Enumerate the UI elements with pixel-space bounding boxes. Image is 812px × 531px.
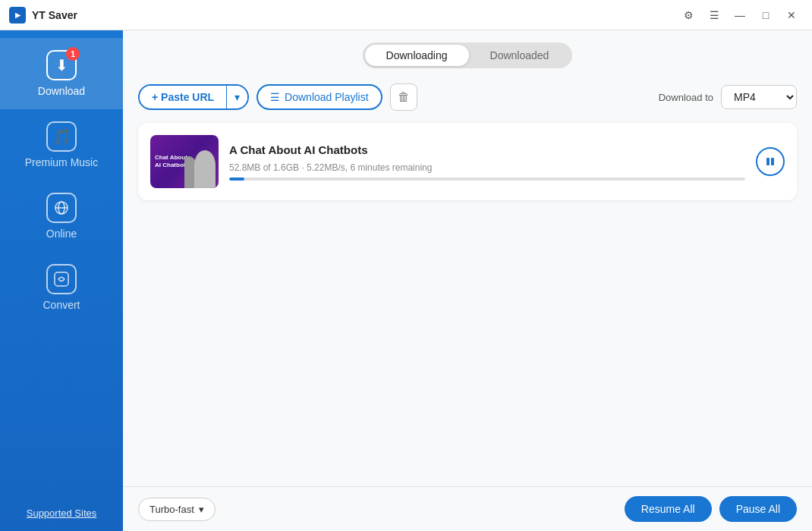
online-icon: [46, 193, 77, 223]
toolbar: + Paste URL ▾ ☰ Download Playlist 🗑 Down…: [123, 77, 812, 120]
table-row: Chat AboutAI Chatbots A Chat About AI Ch…: [138, 123, 797, 200]
sidebar-label-convert: Convert: [42, 299, 80, 311]
minimize-button[interactable]: —: [729, 5, 751, 26]
sidebar-item-convert[interactable]: Convert: [0, 252, 123, 323]
sidebar-label-premium-music: Premium Music: [25, 156, 98, 168]
download-list: Chat AboutAI Chatbots A Chat About AI Ch…: [123, 120, 812, 486]
download-badge: 1: [66, 47, 80, 61]
sidebar-item-premium-music[interactable]: 🎵 Premium Music: [0, 109, 123, 181]
main-layout: ⬇ 1 Download 🎵 Premium Music Online: [0, 30, 812, 531]
tab-group: Downloading Downloaded: [363, 42, 573, 68]
sidebar-label-online: Online: [46, 228, 77, 240]
download-icon: ⬇ 1: [46, 50, 77, 80]
app-logo: ▶: [9, 7, 26, 24]
convert-icon: [46, 264, 77, 294]
tab-downloaded[interactable]: Downloaded: [469, 45, 571, 66]
paste-url-group: + Paste URL ▾: [138, 84, 249, 110]
download-to-label: Download to: [659, 92, 713, 103]
bottom-actions: Resume All Pause All: [625, 496, 797, 522]
premium-music-icon: 🎵: [46, 121, 77, 152]
svg-rect-4: [766, 158, 770, 165]
progress-bar-fill: [229, 178, 244, 181]
paste-url-button[interactable]: + Paste URL: [140, 86, 226, 108]
sidebar-item-online[interactable]: Online: [0, 181, 123, 252]
paste-url-dropdown-button[interactable]: ▾: [227, 86, 247, 108]
title-bar-left: ▶ YT Saver: [9, 7, 77, 24]
sidebar: ⬇ 1 Download 🎵 Premium Music Online: [0, 30, 123, 531]
trash-button[interactable]: 🗑: [390, 83, 417, 111]
svg-rect-5: [771, 158, 774, 165]
bottom-bar: Turbo-fast ▾ Resume All Pause All: [123, 486, 812, 531]
format-select[interactable]: MP4 MP3 AVI MOV MKV: [721, 85, 797, 109]
item-title: A Chat About AI Chatbots: [229, 143, 745, 156]
sidebar-label-download: Download: [38, 85, 85, 97]
maximize-button[interactable]: □: [754, 5, 777, 26]
app-title: YT Saver: [32, 9, 77, 21]
sidebar-item-download[interactable]: ⬇ 1 Download: [0, 38, 123, 109]
supported-sites-link[interactable]: Supported Sites: [12, 507, 111, 519]
title-bar: ▶ YT Saver ⚙ ☰ — □ ✕: [0, 0, 812, 30]
menu-button[interactable]: ☰: [703, 5, 725, 26]
sidebar-bottom: Supported Sites: [0, 495, 123, 531]
settings-button[interactable]: ⚙: [677, 5, 700, 26]
item-thumbnail: Chat AboutAI Chatbots: [150, 135, 219, 188]
content-area: Downloading Downloaded + Paste URL ▾ ☰ D…: [123, 30, 812, 531]
item-info: A Chat About AI Chatbots 52.8MB of 1.6GB…: [229, 143, 745, 181]
pause-button[interactable]: [756, 147, 785, 176]
resume-all-button[interactable]: Resume All: [625, 496, 712, 522]
toolbar-right: Download to MP4 MP3 AVI MOV MKV: [659, 85, 797, 109]
speed-label: Turbo-fast: [149, 504, 194, 515]
tab-downloading[interactable]: Downloading: [365, 45, 469, 66]
playlist-icon: ☰: [270, 91, 280, 103]
tab-bar: Downloading Downloaded: [123, 30, 812, 77]
trash-icon: 🗑: [398, 90, 410, 104]
pause-all-button[interactable]: Pause All: [719, 496, 797, 522]
progress-bar-track: [229, 178, 745, 181]
download-playlist-label: Download Playlist: [285, 91, 369, 103]
speed-select-button[interactable]: Turbo-fast ▾: [138, 498, 216, 521]
item-status: 52.8MB of 1.6GB · 5.22MB/s, 6 minutes re…: [229, 162, 745, 173]
svg-rect-3: [55, 272, 68, 286]
close-button[interactable]: ✕: [780, 5, 803, 26]
speed-dropdown-icon: ▾: [199, 504, 204, 515]
title-bar-controls: ⚙ ☰ — □ ✕: [677, 5, 803, 26]
download-playlist-button[interactable]: ☰ Download Playlist: [257, 84, 382, 110]
item-action: [756, 147, 785, 176]
